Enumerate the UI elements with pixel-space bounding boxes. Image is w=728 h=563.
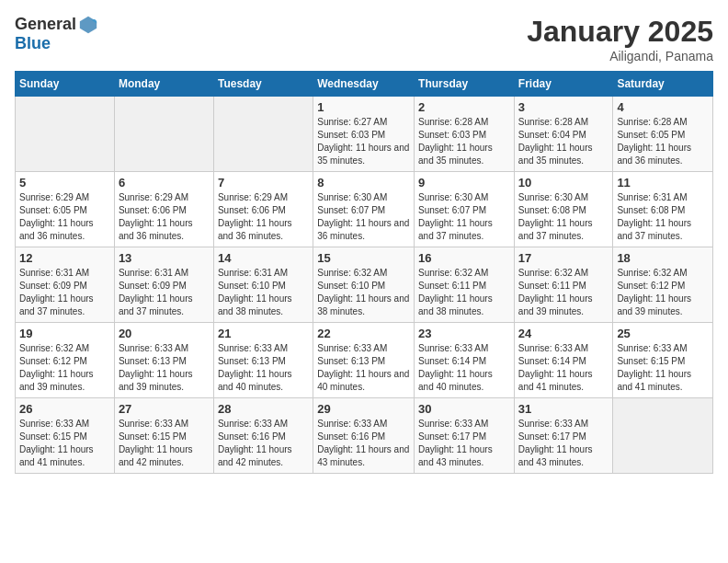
day-daylight: Daylight: 11 hours and 40 minutes. [218,368,309,394]
col-sunday: Sunday [16,72,115,97]
day-sunrise: Sunrise: 6:33 AM [617,342,709,355]
day-number: 11 [617,176,709,190]
day-daylight: Daylight: 11 hours and 41 minutes. [617,368,709,394]
day-number: 12 [19,251,110,265]
calendar-table: Sunday Monday Tuesday Wednesday Thursday… [15,71,713,474]
calendar-cell: 9 Sunrise: 6:30 AM Sunset: 6:07 PM Dayli… [415,172,515,247]
day-sunrise: Sunrise: 6:33 AM [119,342,210,355]
logo: General Blue [15,15,98,53]
day-sunrise: Sunrise: 6:33 AM [518,342,609,355]
day-daylight: Daylight: 11 hours and 38 minutes. [218,293,309,318]
day-daylight: Daylight: 11 hours and 36 minutes. [317,217,410,243]
col-saturday: Saturday [613,72,713,97]
day-sunset: Sunset: 6:12 PM [617,280,709,293]
day-number: 27 [119,402,210,416]
day-sunrise: Sunrise: 6:33 AM [218,418,309,431]
calendar-header: Sunday Monday Tuesday Wednesday Thursday… [16,72,713,97]
day-number: 29 [317,402,410,416]
day-number: 15 [317,251,410,265]
day-sunset: Sunset: 6:13 PM [317,355,410,368]
day-number: 24 [518,327,609,340]
day-sunset: Sunset: 6:09 PM [19,280,110,293]
calendar-cell: 5 Sunrise: 6:29 AM Sunset: 6:05 PM Dayli… [16,172,115,247]
day-sunset: Sunset: 6:10 PM [317,280,410,293]
calendar-cell: 10 Sunrise: 6:30 AM Sunset: 6:08 PM Dayl… [514,172,613,247]
day-number: 20 [119,327,210,340]
day-sunrise: Sunrise: 6:30 AM [317,191,410,204]
calendar-cell [114,97,213,172]
day-daylight: Daylight: 11 hours and 37 minutes. [19,293,110,318]
day-sunrise: Sunrise: 6:31 AM [617,191,709,204]
day-sunrise: Sunrise: 6:33 AM [317,342,410,355]
day-number: 25 [617,327,709,340]
day-sunset: Sunset: 6:08 PM [617,204,709,217]
title-block: January 2025 Ailigandi, Panama [527,15,713,63]
calendar-cell: 12 Sunrise: 6:31 AM Sunset: 6:09 PM Dayl… [16,247,115,323]
day-number: 26 [19,402,110,416]
day-daylight: Daylight: 11 hours and 43 minutes. [418,443,510,469]
days-of-week-row: Sunday Monday Tuesday Wednesday Thursday… [16,72,713,97]
day-number: 7 [218,176,309,190]
day-daylight: Daylight: 11 hours and 36 minutes. [218,217,309,243]
calendar-cell: 26 Sunrise: 6:33 AM Sunset: 6:15 PM Dayl… [16,398,115,474]
day-number: 13 [119,251,210,265]
day-daylight: Daylight: 11 hours and 39 minutes. [19,368,110,394]
calendar-cell: 25 Sunrise: 6:33 AM Sunset: 6:15 PM Dayl… [613,323,713,398]
calendar-cell: 29 Sunrise: 6:33 AM Sunset: 6:16 PM Dayl… [313,398,415,474]
day-number: 19 [19,327,110,340]
day-daylight: Daylight: 11 hours and 41 minutes. [19,443,110,469]
day-sunrise: Sunrise: 6:30 AM [518,191,609,204]
logo-blue-text: Blue [15,35,98,53]
day-sunset: Sunset: 6:11 PM [418,280,510,293]
calendar-cell: 2 Sunrise: 6:28 AM Sunset: 6:03 PM Dayli… [415,97,515,172]
calendar-cell: 22 Sunrise: 6:33 AM Sunset: 6:13 PM Dayl… [313,323,415,398]
day-sunset: Sunset: 6:05 PM [19,204,110,217]
calendar-cell: 23 Sunrise: 6:33 AM Sunset: 6:14 PM Dayl… [415,323,515,398]
day-number: 9 [418,176,510,190]
day-number: 10 [518,176,609,190]
calendar-body: 1 Sunrise: 6:27 AM Sunset: 6:03 PM Dayli… [16,97,713,474]
day-number: 1 [317,100,410,114]
day-sunset: Sunset: 6:13 PM [119,355,210,368]
day-daylight: Daylight: 11 hours and 39 minutes. [119,368,210,394]
day-sunrise: Sunrise: 6:28 AM [518,116,609,129]
day-sunset: Sunset: 6:12 PM [19,355,110,368]
day-sunrise: Sunrise: 6:28 AM [418,116,510,129]
col-wednesday: Wednesday [313,72,415,97]
day-sunrise: Sunrise: 6:32 AM [418,267,510,280]
day-sunset: Sunset: 6:15 PM [617,355,709,368]
day-daylight: Daylight: 11 hours and 35 minutes. [317,142,410,167]
day-number: 5 [19,176,110,190]
calendar-cell: 19 Sunrise: 6:32 AM Sunset: 6:12 PM Dayl… [16,323,115,398]
day-daylight: Daylight: 11 hours and 37 minutes. [119,293,210,318]
day-sunset: Sunset: 6:11 PM [518,280,609,293]
calendar-cell: 17 Sunrise: 6:32 AM Sunset: 6:11 PM Dayl… [514,247,613,323]
col-thursday: Thursday [415,72,515,97]
day-number: 21 [218,327,309,340]
week-row-1: 1 Sunrise: 6:27 AM Sunset: 6:03 PM Dayli… [16,97,713,172]
day-daylight: Daylight: 11 hours and 42 minutes. [218,443,309,469]
day-sunrise: Sunrise: 6:33 AM [418,418,510,431]
day-sunrise: Sunrise: 6:28 AM [617,116,709,129]
calendar-cell: 14 Sunrise: 6:31 AM Sunset: 6:10 PM Dayl… [213,247,313,323]
day-sunset: Sunset: 6:10 PM [218,280,309,293]
day-daylight: Daylight: 11 hours and 39 minutes. [518,293,609,318]
day-number: 31 [518,402,609,416]
day-number: 3 [518,100,609,114]
col-friday: Friday [514,72,613,97]
day-daylight: Daylight: 11 hours and 40 minutes. [317,368,410,394]
calendar-cell: 8 Sunrise: 6:30 AM Sunset: 6:07 PM Dayli… [313,172,415,247]
day-sunset: Sunset: 6:17 PM [518,431,609,443]
calendar-cell: 27 Sunrise: 6:33 AM Sunset: 6:15 PM Dayl… [114,398,213,474]
day-sunrise: Sunrise: 6:31 AM [218,267,309,280]
day-number: 8 [317,176,410,190]
day-sunrise: Sunrise: 6:29 AM [19,191,110,204]
day-sunrise: Sunrise: 6:33 AM [317,418,410,431]
day-sunrise: Sunrise: 6:27 AM [317,116,410,129]
day-sunrise: Sunrise: 6:32 AM [617,267,709,280]
day-sunrise: Sunrise: 6:29 AM [218,191,309,204]
day-number: 28 [218,402,309,416]
day-number: 17 [518,251,609,265]
day-daylight: Daylight: 11 hours and 36 minutes. [119,217,210,243]
calendar-cell: 11 Sunrise: 6:31 AM Sunset: 6:08 PM Dayl… [613,172,713,247]
